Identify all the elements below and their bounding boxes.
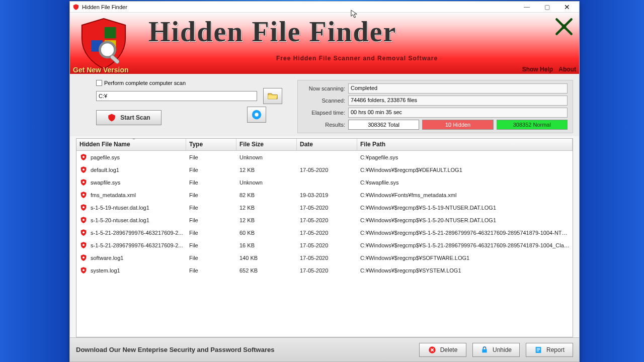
svg-rect-23: [537, 349, 540, 349]
sort-asc-icon: ▲: [132, 138, 136, 140]
svg-point-13: [83, 206, 85, 208]
close-button[interactable]: ✕: [557, 2, 577, 12]
cell-size: 82 KB: [236, 191, 297, 199]
checkbox-label: Perform complete computer scan: [104, 80, 186, 86]
col-type[interactable]: Type: [186, 139, 236, 150]
results-hidden: 10 Hidden: [422, 120, 493, 130]
svg-point-4: [100, 42, 115, 57]
report-button[interactable]: Report: [526, 343, 573, 357]
cell-type: File: [186, 241, 236, 249]
show-help-link[interactable]: Show Help: [522, 66, 553, 73]
brand-title: Hidden File Finder: [148, 16, 396, 48]
footer: Download Our New Enteprise Security and …: [70, 337, 579, 361]
table-row[interactable]: swapfile.sysFileUnknownC:¥swapfile.sys: [76, 176, 573, 189]
cell-type: File: [186, 191, 236, 199]
table-row[interactable]: s-1-5-21-2896799976-463217609-2...File16…: [76, 239, 573, 251]
cell-date: 17-05-2020: [297, 254, 357, 262]
cell-date: [297, 156, 357, 158]
cell-path: C:¥Windows¥$regcmp$¥S-1-5-20-NTUSER.DAT.…: [357, 216, 573, 224]
table-row[interactable]: s-1-5-19-ntuser.dat.log1File12 KB17-05-2…: [76, 201, 573, 214]
svg-point-18: [83, 269, 85, 271]
unhide-button[interactable]: Unhide: [472, 343, 520, 357]
start-scan-label: Start Scan: [120, 114, 150, 121]
cell-date: 17-05-2020: [297, 166, 357, 174]
cell-size: 652 KB: [236, 266, 297, 275]
table-row[interactable]: pagefile.sysFileUnknownC:¥pagefile.sys: [76, 151, 573, 163]
header-banner: Hidden File Finder Free Hidden File Scan…: [70, 13, 579, 74]
cell-name: fms_metadata.xml: [91, 192, 136, 198]
cell-path: C:¥Windows¥$regcmp$¥SOFTWARE.LOG1: [357, 254, 573, 262]
svg-rect-20: [482, 349, 487, 352]
svg-rect-0: [92, 27, 103, 39]
cell-size: 12 KB: [236, 216, 297, 224]
scanned-value: 74486 folders, 233876 files: [348, 96, 568, 106]
svg-rect-24: [537, 350, 539, 351]
titlebar[interactable]: Hidden File Finder — ▢ ✕: [70, 2, 579, 13]
cell-path: C:¥Windows¥$regcmp$¥S-1-5-21-2896799976-…: [357, 229, 573, 237]
svg-point-17: [83, 256, 85, 258]
cell-date: 19-03-2019: [297, 191, 357, 199]
now-scanning-label: Now scanning:: [303, 85, 348, 92]
start-scan-button[interactable]: Start Scan: [96, 110, 162, 125]
cell-path: C:¥pagefile.sys: [357, 153, 573, 161]
cell-type: File: [186, 254, 236, 262]
elapsed-label: Elapsed time:: [303, 110, 348, 116]
promo-text[interactable]: Download Our New Enteprise Security and …: [76, 346, 274, 353]
window-title: Hidden File Finder: [82, 4, 127, 10]
table-row[interactable]: software.log1File140 KB17-05-2020C:¥Wind…: [76, 251, 573, 264]
browse-folder-button[interactable]: [263, 88, 282, 104]
minimize-button[interactable]: —: [517, 2, 537, 12]
get-new-version-link[interactable]: Get New Version: [73, 66, 128, 74]
app-window: Hidden File Finder — ▢ ✕ Hidden File Fin…: [69, 1, 580, 362]
maximize-button[interactable]: ▢: [537, 2, 557, 12]
cell-name: swapfile.sys: [91, 179, 120, 186]
delete-button[interactable]: Delete: [419, 343, 466, 357]
cell-size: Unknown: [236, 153, 297, 161]
table-row[interactable]: system.log1File652 KB17-05-2020C:¥Window…: [76, 264, 573, 277]
svg-rect-1: [105, 27, 116, 39]
cell-date: 17-05-2020: [297, 216, 357, 224]
table-row[interactable]: s-1-5-21-2896799976-463217609-2...File60…: [76, 226, 573, 239]
cell-date: 17-05-2020: [297, 204, 357, 212]
cell-type: File: [186, 178, 236, 187]
status-panel: Now scanning: Completed Scanned: 74486 f…: [297, 80, 573, 133]
scan-path-input[interactable]: [96, 91, 257, 101]
cell-type: File: [186, 166, 236, 174]
results-table: ▲Hidden File Name Type File Size Date Fi…: [76, 138, 573, 337]
table-header[interactable]: ▲Hidden File Name Type File Size Date Fi…: [76, 139, 573, 151]
shield-logo: [80, 18, 127, 67]
cell-path: C:¥Windows¥$regcmp$¥SYSTEM.LOG1: [357, 266, 573, 275]
svg-point-16: [83, 244, 85, 246]
cell-type: File: [186, 204, 236, 212]
svg-point-9: [83, 156, 85, 158]
table-row[interactable]: default.log1File12 KB17-05-2020C:¥Window…: [76, 163, 573, 176]
cell-name: software.log1: [91, 255, 123, 261]
cell-date: 17-05-2020: [297, 241, 357, 249]
settings-button[interactable]: [247, 107, 266, 123]
cell-date: 17-05-2020: [297, 229, 357, 237]
cell-size: Unknown: [236, 178, 297, 187]
cell-path: C:¥Windows¥$regcmp$¥S-1-5-19-NTUSER.DAT.…: [357, 204, 573, 212]
cell-path: C:¥Windows¥$regcmp$¥DEFAULT.LOG1: [357, 166, 573, 174]
table-row[interactable]: s-1-5-20-ntuser.dat.log1File12 KB17-05-2…: [76, 214, 573, 226]
complete-scan-checkbox[interactable]: Perform complete computer scan: [96, 80, 297, 86]
cell-date: 17-05-2020: [297, 266, 357, 275]
cell-type: File: [186, 153, 236, 161]
app-icon: [72, 3, 80, 11]
cell-name: s-1-5-21-2896799976-463217609-2...: [91, 230, 183, 236]
col-name[interactable]: ▲Hidden File Name: [76, 139, 186, 150]
results-normal: 308352 Normal: [497, 120, 568, 130]
svg-point-14: [83, 219, 85, 221]
svg-point-8: [255, 113, 258, 116]
col-date[interactable]: Date: [297, 139, 357, 150]
brand-subtitle: Free Hidden File Scanner and Removal Sof…: [276, 55, 438, 62]
about-link[interactable]: About: [558, 66, 576, 73]
col-size[interactable]: File Size: [236, 139, 297, 150]
svg-point-6: [562, 25, 567, 29]
svg-point-15: [83, 231, 85, 233]
col-path[interactable]: File Path: [357, 139, 573, 150]
cell-name: default.log1: [91, 167, 119, 173]
cell-name: s-1-5-19-ntuser.dat.log1: [91, 205, 149, 211]
table-row[interactable]: fms_metadata.xmlFile82 KB19-03-2019C:¥Wi…: [76, 189, 573, 201]
checkbox-icon[interactable]: [96, 80, 102, 86]
